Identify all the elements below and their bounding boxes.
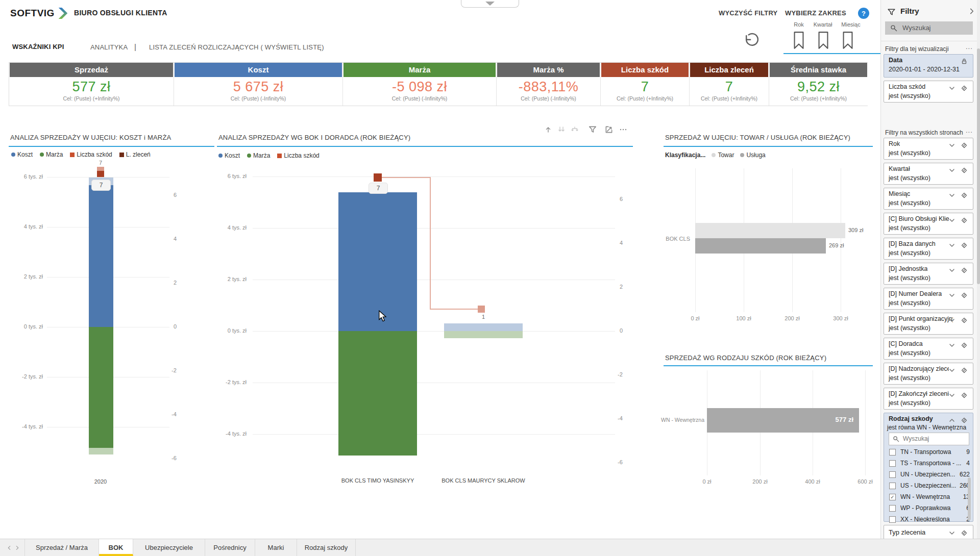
kpi-card-liczba-szkod[interactable]: Liczba szkód 7 Cel: (Puste) (+Infinity%) xyxy=(601,63,690,106)
legend-label[interactable]: Usługa xyxy=(746,151,765,159)
checkbox-icon[interactable] xyxy=(889,471,896,478)
kpi-card-marza[interactable]: Marża -5 098 zł Cel: (Puste) (-Infinity%… xyxy=(343,63,497,106)
legend-label[interactable]: Liczba szkód xyxy=(77,151,112,158)
filter-option[interactable]: WP - Poprawkowa 6 xyxy=(889,503,970,513)
checkbox-checked-icon[interactable]: ✓ xyxy=(889,494,896,500)
legend-label[interactable]: Koszt xyxy=(17,151,33,158)
collapse-pane-icon[interactable] xyxy=(968,7,976,15)
filter-card-biuro[interactable]: [C] Biuro Obsługi Klie... jest (wszystko… xyxy=(884,213,973,235)
checkbox-icon[interactable] xyxy=(889,505,896,512)
bookmark-miesiac-icon[interactable] xyxy=(841,31,854,50)
tab-lista-zlecen[interactable]: LISTA ZLECEŃ ROZLICZAJĄCYCH ( WYŚWIETL L… xyxy=(149,43,324,51)
filter-card-typ-zlecenia[interactable]: Typ zlecenia xyxy=(884,525,973,539)
chevron-down-icon[interactable] xyxy=(948,342,955,349)
filter-card-punkt-org[interactable]: [D] Punkt organizacyjny jest (wszystko) xyxy=(884,313,973,335)
clear-filter-icon[interactable] xyxy=(961,292,968,299)
chevron-up-icon[interactable] xyxy=(948,417,955,424)
filter-option[interactable]: TS - Transportowa - ... 4 xyxy=(889,458,970,468)
clear-filter-icon[interactable] xyxy=(961,367,968,374)
filter-card-doradca[interactable]: [C] Doradca jest (wszystko) xyxy=(884,338,973,360)
filter-card-rok[interactable]: Rok jest (wszystko) xyxy=(884,138,973,160)
chart3-bar-towar[interactable] xyxy=(695,223,845,238)
clear-filters-button[interactable]: WYCZYŚĆ FILTRY xyxy=(719,9,777,17)
clear-filter-icon[interactable] xyxy=(961,85,968,92)
chart1-l-zlecen-marker[interactable] xyxy=(97,171,104,177)
page-tab-sprzedaz-marza[interactable]: Sprzedaż / Marża xyxy=(24,539,99,556)
help-button[interactable]: ? xyxy=(858,8,869,19)
filter-card-jednostka[interactable]: [D] Jednostka jest (wszystko) xyxy=(884,263,973,285)
legend-label[interactable]: Marża xyxy=(46,151,63,158)
chart2-bar-marza-timo[interactable] xyxy=(338,331,417,456)
filters-search-input[interactable]: Wyszukaj xyxy=(885,21,973,35)
clear-filter-icon[interactable] xyxy=(961,167,968,174)
chevron-down-icon[interactable] xyxy=(948,267,955,274)
checkbox-icon[interactable] xyxy=(889,516,896,523)
bookmark-kwartal-icon[interactable] xyxy=(817,31,830,50)
chart2-marker-timo[interactable] xyxy=(374,173,382,182)
filter-card-data[interactable]: Data 2020-01-01 - 2020-12-31 xyxy=(884,54,973,78)
filter-option[interactable]: TN - Transportowa 9 xyxy=(889,447,970,457)
next-page-icon[interactable] xyxy=(14,545,20,551)
kpi-card-sprzedaz[interactable]: Sprzedaż 577 zł Cel: (Puste) (+Infinity%… xyxy=(9,63,174,106)
kpi-card-srednia-stawka[interactable]: Średnia stawka 9,52 zł Cel: (Puste) (+In… xyxy=(769,63,868,106)
clear-filter-icon[interactable] xyxy=(961,217,968,224)
clear-filter-icon[interactable] xyxy=(961,267,968,274)
filter-option-selected[interactable]: ✓ WN - Wewnętrzna 13 xyxy=(889,492,970,502)
chart1-bar-marza[interactable] xyxy=(89,327,113,448)
clear-filter-icon[interactable] xyxy=(961,142,968,149)
page-tab-posrednicy[interactable]: Pośrednicy xyxy=(205,539,255,556)
chevron-down-icon[interactable] xyxy=(948,192,955,199)
pane-scrollbar-thumb[interactable] xyxy=(977,48,980,284)
chart2-bar-koszt-maurycy[interactable] xyxy=(444,323,523,331)
clear-filter-icon[interactable] xyxy=(961,529,968,537)
tab-wskazniki-kpi[interactable]: WSKAŹNIKI KPI xyxy=(12,43,64,50)
tab-analityka[interactable]: ANALITYKA xyxy=(90,43,128,51)
clear-filter-icon[interactable] xyxy=(961,342,968,349)
chevron-down-icon[interactable] xyxy=(948,217,955,224)
legend-label[interactable]: Towar xyxy=(718,151,734,159)
kpi-card-marza-pct[interactable]: Marża % -883,11% Cel: (Puste) (-Infinity… xyxy=(497,63,601,106)
filter-card-kwartal[interactable]: Kwartał jest (wszystko) xyxy=(884,163,973,185)
prev-page-icon[interactable] xyxy=(6,545,12,551)
filter-card-numer-dealera[interactable]: [D] Numer Dealera jest (wszystko) xyxy=(884,288,973,310)
chevron-down-icon[interactable] xyxy=(948,317,955,324)
kpi-card-koszt[interactable]: Koszt 5 675 zł Cel: (Puste) (-Infinity%) xyxy=(174,63,343,106)
filter-option[interactable]: XX - Nieokreślona 2 xyxy=(889,514,970,524)
clear-filter-icon[interactable] xyxy=(961,242,968,249)
chevron-down-icon[interactable] xyxy=(948,529,955,537)
checkbox-icon[interactable] xyxy=(889,483,896,489)
filter-option[interactable]: UN - Ubezpieczen... 622 xyxy=(889,469,970,479)
chevron-down-icon[interactable] xyxy=(948,167,955,174)
filter-card-baza-danych[interactable]: [D] Baza danych jest (wszystko) xyxy=(884,238,973,260)
checkbox-icon[interactable] xyxy=(889,449,896,456)
chevron-down-icon[interactable] xyxy=(948,85,955,92)
legend-label[interactable]: L. zleceń xyxy=(126,151,151,158)
rodzaj-search-input[interactable]: Wyszukaj xyxy=(889,433,969,445)
page-tab-rodzaj-szkody[interactable]: Rodzaj szkody xyxy=(297,539,356,556)
chart2-marker-maurycy[interactable] xyxy=(478,306,485,313)
filter-card-rodzaj-szkody[interactable]: Rodzaj szkody jest równa WN - Wewnętrzna… xyxy=(884,413,973,522)
filter-card-liczba-szkod[interactable]: Liczba szkód jest (wszystko) xyxy=(884,81,973,103)
bookmark-rok-icon[interactable] xyxy=(792,31,805,50)
chevron-down-icon[interactable] xyxy=(948,242,955,249)
kpi-card-liczba-zlecen[interactable]: Liczba zleceń 7 Cel: (Puste) (+Infinity%… xyxy=(690,63,769,106)
clear-filter-icon[interactable] xyxy=(961,317,968,324)
undo-icon[interactable] xyxy=(741,32,758,49)
clear-filter-icon[interactable] xyxy=(961,392,968,399)
filter-option[interactable]: US - Ubezpieczeni... 260 xyxy=(889,481,970,491)
clear-filter-icon[interactable] xyxy=(961,417,968,424)
section-more-icon[interactable]: ... xyxy=(966,127,973,134)
page-tab-bok[interactable]: BOK xyxy=(99,539,133,556)
chart1-bar-koszt[interactable] xyxy=(89,185,113,327)
legend-title[interactable]: Klasyfikacja... xyxy=(665,151,705,159)
chart1-bar-marza-light[interactable] xyxy=(89,448,113,454)
section-more-icon[interactable]: ... xyxy=(966,43,973,50)
checkbox-icon[interactable] xyxy=(889,460,896,467)
chart2-bar-marza-maurycy[interactable] xyxy=(444,331,523,338)
chevron-down-icon[interactable] xyxy=(948,142,955,149)
collapse-ribbon-handle[interactable] xyxy=(461,0,519,8)
filter-card-zakonczyl[interactable]: [D] Zakończył zlecenie jest (wszystko) xyxy=(884,388,973,410)
filter-card-miesiac[interactable]: Miesiąc jest (wszystko) xyxy=(884,188,973,210)
option-list-scrollbar[interactable] xyxy=(968,477,971,520)
clear-filter-icon[interactable] xyxy=(961,192,968,199)
